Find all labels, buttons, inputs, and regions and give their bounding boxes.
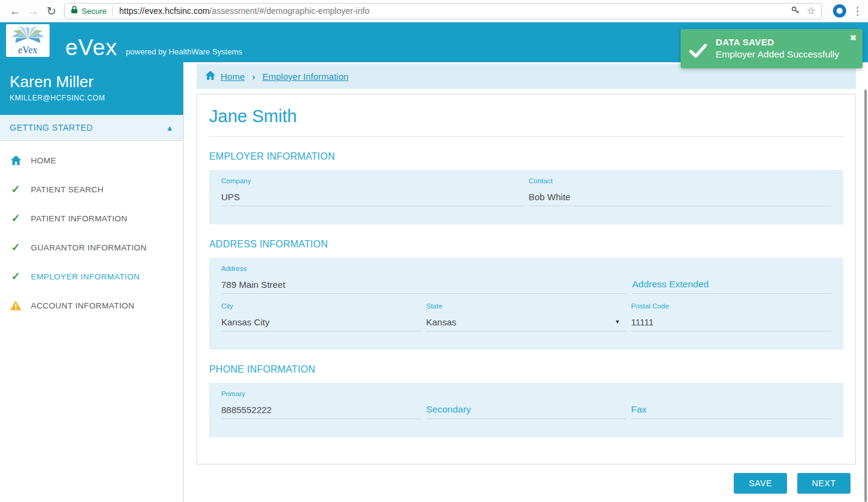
sidebar-item-employer-information[interactable]: ✓ EMPLOYER INFORMATION [0,262,183,291]
refresh-icon[interactable]: ↻ [42,5,60,17]
sidebar-section-getting-started[interactable]: GETTING STARTED ▲ [0,115,183,141]
content-area: Home › Employer Information Jane Smith E… [184,62,868,502]
breadcrumb-current-link[interactable]: Employer Information [262,71,349,82]
evex-logo: eVex [6,24,50,57]
browser-menu-icon[interactable]: ⋮ [852,5,862,18]
section-title-employer: EMPLOYER INFORMATION [209,151,843,162]
state-select[interactable]: State Kansas ▼ [426,302,626,331]
logo-starburst-icon [11,25,44,47]
toast-message: Employer Added Successfully [716,49,854,60]
toast-title: DATA SAVED [716,37,854,47]
employer-panel: Company UPS Contact Bob White [209,170,843,224]
sidebar-nav: HOME ✓ PATIENT SEARCH ✓ PATIENT INFORMAT… [0,141,183,320]
profile-avatar[interactable] [833,4,846,18]
address-field[interactable]: Address 789 Main Street [221,265,627,294]
sidebar-section-label: GETTING STARTED [10,123,93,132]
address-panel: Address 789 Main Street Address Extended… [209,258,843,350]
user-email: KMILLER@HCFSINC.COM [10,94,173,102]
sidebar-item-guarantor-information[interactable]: ✓ GUARANTOR INFORMATION [0,233,183,262]
breadcrumb-home-link[interactable]: Home [221,71,245,82]
phone-panel: Primary 8885552222 Secondary Fax [209,383,843,437]
postal-code-field[interactable]: Postal Code 11111 [631,302,831,331]
breadcrumb-home-icon[interactable] [205,70,216,83]
address-extended-field[interactable]: Address Extended [632,265,831,294]
sidebar: Karen Miller KMILLER@HCFSINC.COM GETTING… [0,62,184,502]
address-bar[interactable]: Secure https://evex.hcfsinc.com/assessme… [64,3,822,19]
user-block: Karen Miller KMILLER@HCFSINC.COM [0,62,183,115]
check-icon: ✓ [10,212,22,224]
browser-toolbar: ← → ↻ Secure https://evex.hcfsinc.com/as… [0,0,868,22]
user-name: Karen Miller [10,73,173,91]
contact-field[interactable]: Contact Bob White [529,177,832,206]
password-key-icon[interactable] [791,5,800,17]
chevron-up-icon: ▲ [166,123,173,132]
omnibox-divider [112,6,113,16]
form-card: Jane Smith EMPLOYER INFORMATION Company … [196,94,856,465]
city-field[interactable]: City Kansas City [221,302,421,331]
back-icon[interactable]: ← [6,5,24,17]
company-field[interactable]: Company UPS [221,177,524,206]
section-title-address: ADDRESS INFORMATION [209,239,843,250]
toast-notification: DATA SAVED Employer Added Successfully ✖ [681,29,863,68]
secondary-phone-field[interactable]: Secondary [426,390,626,419]
save-button[interactable]: SAVE [734,473,787,494]
toast-check-icon [689,44,707,60]
bookmark-star-icon[interactable]: ☆ [807,6,815,16]
logo-wordmark: eVex [6,45,50,56]
security-label: Secure [82,7,106,16]
home-icon [10,154,22,166]
app-name: eVex [65,36,117,59]
lock-icon [71,5,78,16]
check-icon: ✓ [10,241,22,253]
sidebar-item-patient-information[interactable]: ✓ PATIENT INFORMATION [0,204,183,233]
forward-icon[interactable]: → [24,5,42,17]
url-text[interactable]: https://evex.hcfsinc.com/assessment/#/de… [119,6,785,16]
next-button[interactable]: NEXT [797,473,850,494]
section-title-phone: PHONE INFORMATION [209,364,843,375]
check-icon: ✓ [10,183,22,195]
warning-icon [10,299,22,311]
scrollbar-thumb[interactable] [864,90,867,502]
chevron-right-icon: › [252,71,255,82]
form-actions: SAVE NEXT [196,473,856,494]
sidebar-item-home[interactable]: HOME [0,146,183,175]
sidebar-item-patient-search[interactable]: ✓ PATIENT SEARCH [0,175,183,204]
check-icon: ✓ [10,270,22,282]
primary-phone-field[interactable]: Primary 8885552222 [221,390,421,419]
sidebar-item-account-information[interactable]: ACCOUNT INFORMATION [0,291,183,320]
dropdown-arrow-icon[interactable]: ▼ [615,316,626,327]
fax-field[interactable]: Fax [631,390,831,419]
toast-close-icon[interactable]: ✖ [850,33,857,42]
app-tagline: powered by HealthWare Systems [126,47,242,56]
page-title: Jane Smith [209,104,843,137]
